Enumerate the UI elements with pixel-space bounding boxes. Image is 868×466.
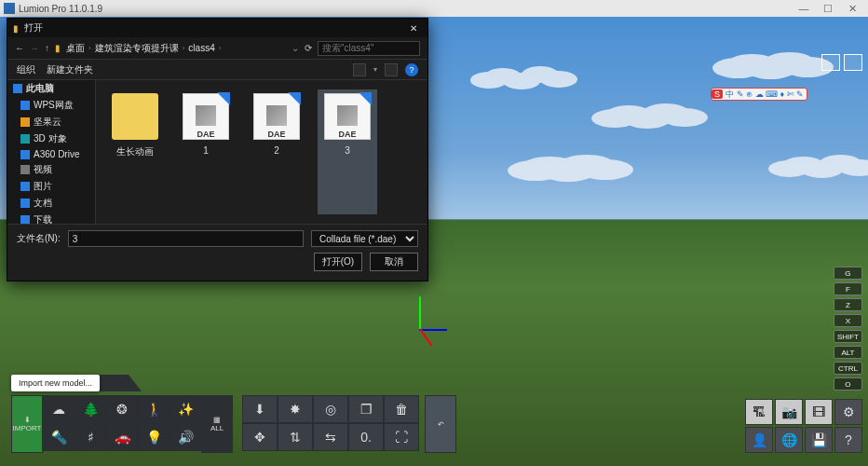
- scale-icon: ❐: [360, 402, 373, 417]
- corner-badge-icon: [288, 92, 301, 105]
- mode-user-button[interactable]: 👤: [745, 427, 773, 453]
- file-list[interactable]: 生长动画DAE1DAE2DAE3: [96, 80, 427, 224]
- tool-move-button[interactable]: ✥: [242, 423, 278, 451]
- category-fx-button[interactable]: ✨: [170, 395, 201, 423]
- folder-tree[interactable]: 此电脑WPS网盘坚果云3D 对象A360 Drive视频图片文档下载音乐桌面OS…: [7, 80, 96, 224]
- breadcrumb-item[interactable]: 建筑渲染专项提升课: [95, 42, 179, 55]
- category-tree-button[interactable]: 🌲: [75, 395, 106, 423]
- sparkle-icon: ✨: [178, 402, 194, 417]
- help-button[interactable]: ?: [834, 427, 862, 453]
- folder-item[interactable]: 生长动画: [105, 89, 165, 214]
- filename-input[interactable]: [68, 230, 304, 247]
- key-hint: ALT: [834, 346, 862, 359]
- tool-expand-button[interactable]: ⛶: [384, 423, 419, 451]
- mode-globe-button[interactable]: 🌐: [775, 427, 803, 453]
- help-icon: ?: [845, 432, 852, 447]
- file-item[interactable]: DAE1: [176, 89, 236, 214]
- tree-item[interactable]: 此电脑: [7, 80, 95, 97]
- view-mode-button[interactable]: [353, 63, 366, 76]
- tree-item[interactable]: 图片: [7, 178, 95, 195]
- tool-delete-button[interactable]: 🗑: [384, 395, 419, 423]
- filename-label: 文件名(N):: [17, 232, 61, 245]
- window-close-button[interactable]: ✕: [840, 3, 864, 15]
- app-titlebar: Lumion Pro 11.0.1.9 — ☐ ✕: [0, 0, 868, 17]
- category-people-button[interactable]: 🚶: [138, 395, 170, 423]
- chevron-down-icon[interactable]: ⌄: [292, 43, 299, 53]
- organize-menu[interactable]: 组织: [17, 63, 35, 76]
- folder-icon: [112, 93, 158, 140]
- updown-icon: ⇅: [290, 430, 301, 445]
- tree-item[interactable]: 坚果云: [7, 114, 95, 130]
- file-type-select[interactable]: Collada file (*.dae): [311, 230, 418, 247]
- tree-item[interactable]: 下载: [7, 212, 95, 224]
- import-button[interactable]: ⬇ IMPORT: [11, 395, 43, 453]
- mode-photo-button[interactable]: 📷: [775, 399, 803, 425]
- settings-button[interactable]: ⚙: [834, 399, 862, 425]
- all-categories-button[interactable]: ▦ ALL: [201, 395, 233, 453]
- preview-pane-button[interactable]: [385, 63, 398, 76]
- window-minimize-button[interactable]: —: [792, 3, 816, 14]
- gear-icon: ⚙: [843, 404, 855, 419]
- category-car-button[interactable]: 🚗: [106, 423, 138, 451]
- breadcrumb-item[interactable]: class4: [188, 43, 214, 53]
- tool-scale-button[interactable]: ❐: [348, 395, 384, 423]
- tool-rotate-button[interactable]: ◎: [313, 395, 348, 423]
- tool-height-button[interactable]: ⇅: [278, 423, 313, 451]
- nav-forward-button[interactable]: →: [30, 43, 39, 53]
- import-label: IMPORT: [13, 424, 42, 432]
- file-item[interactable]: DAE3: [318, 89, 377, 214]
- nav-up-button[interactable]: ↑: [45, 43, 49, 53]
- tree-item[interactable]: 视频: [7, 161, 95, 178]
- new-folder-button[interactable]: 新建文件夹: [47, 63, 93, 76]
- tree-item[interactable]: WPS网盘: [7, 97, 95, 114]
- ime-toolbar[interactable]: S 中 ✎ ⊕ ☁ ⌨ ♦ ✄ ✎: [711, 88, 807, 101]
- breadcrumb[interactable]: 桌面›建筑渲染专项提升课›class4›: [66, 42, 286, 55]
- drive-icon: [20, 134, 30, 144]
- category-tree-alt-button[interactable]: ❂: [106, 395, 138, 423]
- cancel-button[interactable]: 取消: [370, 253, 418, 271]
- dialog-close-button[interactable]: ✕: [405, 23, 422, 34]
- sound-icon: 🔊: [178, 430, 194, 445]
- mode-movie-button[interactable]: 🎞: [805, 399, 833, 425]
- camera-preview-icon[interactable]: [821, 54, 840, 71]
- cube-icon: [337, 105, 358, 126]
- cursor-icon: ✸: [290, 402, 301, 417]
- expand-icon: ⛶: [395, 430, 408, 445]
- tree-item[interactable]: 3D 对象: [7, 130, 95, 147]
- file-item[interactable]: DAE2: [247, 89, 306, 214]
- key-hint: X: [834, 314, 862, 327]
- window-maximize-button[interactable]: ☐: [816, 3, 840, 15]
- value-display[interactable]: 0.: [348, 423, 384, 451]
- tool-select-button[interactable]: ✸: [278, 395, 313, 423]
- category-light-button[interactable]: 🔦: [43, 423, 75, 451]
- dialog-help-button[interactable]: ?: [405, 63, 418, 76]
- tool-width-button[interactable]: ⇆: [313, 423, 348, 451]
- mode-build-button[interactable]: 🏗: [745, 399, 773, 425]
- search-input[interactable]: [318, 41, 420, 56]
- undo-button[interactable]: ↶: [425, 395, 456, 453]
- tree-item-label: A360 Drive: [34, 149, 79, 159]
- tool-place-button[interactable]: ⬇: [242, 395, 278, 423]
- save-button[interactable]: 💾: [805, 427, 833, 453]
- app-title: Lumion Pro 11.0.1.9: [19, 4, 102, 14]
- tree-item[interactable]: A360 Drive: [7, 147, 95, 161]
- nav-back-button[interactable]: ←: [15, 43, 24, 53]
- place-icon: ⬇: [254, 402, 265, 417]
- open-button[interactable]: 打开(O): [314, 253, 362, 271]
- category-fence-button[interactable]: ♯: [75, 423, 106, 451]
- breadcrumb-item[interactable]: 桌面: [66, 42, 85, 55]
- refresh-button[interactable]: ⟳: [305, 43, 312, 53]
- category-lamp-button[interactable]: 💡: [138, 423, 170, 451]
- category-nature-button[interactable]: ☁: [43, 395, 75, 423]
- globe-icon: 🌐: [781, 432, 797, 447]
- key-hints-panel: GFZXSHIFTALTCTRLO: [834, 267, 862, 391]
- file-thumb: DAE: [253, 93, 300, 140]
- spotlight-icon: 🔦: [51, 430, 67, 445]
- camera-slot-icon[interactable]: [844, 54, 862, 71]
- key-hint: F: [834, 282, 862, 295]
- category-sound-button[interactable]: 🔊: [170, 423, 201, 451]
- fence-icon: ♯: [88, 430, 94, 445]
- tree-item[interactable]: 文档: [7, 195, 95, 212]
- key-hint: O: [834, 377, 862, 391]
- chevron-down-icon[interactable]: ▾: [373, 65, 377, 74]
